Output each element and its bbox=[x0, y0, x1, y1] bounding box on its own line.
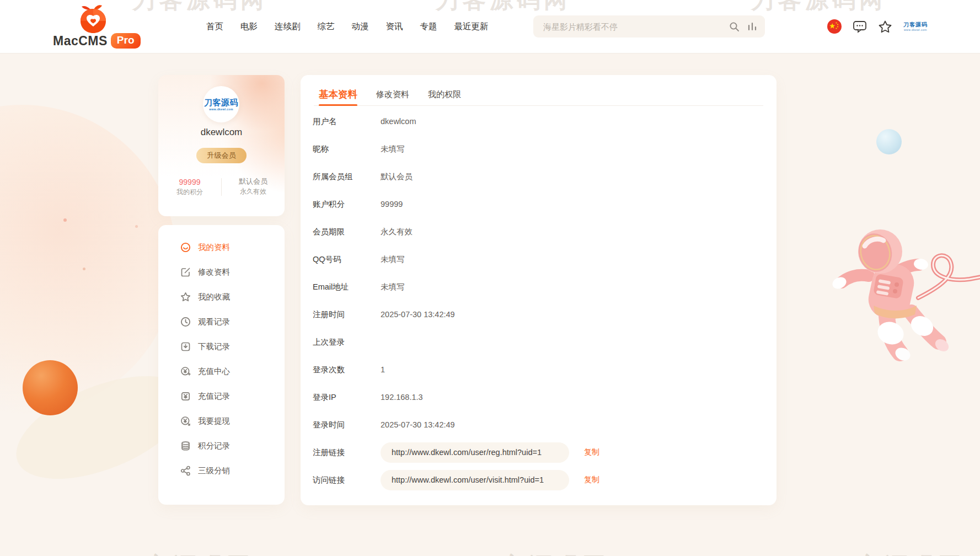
avatar-logo-text: 刀客源码 bbox=[204, 98, 238, 106]
field-value: 未填写 bbox=[381, 144, 405, 154]
nav-item-recent[interactable]: 最近更新 bbox=[454, 21, 489, 33]
field-value: 2025-07-30 13:42:49 bbox=[381, 420, 455, 429]
field-label: 所属会员组 bbox=[301, 172, 381, 182]
watermark: 刀客源码网 bbox=[474, 550, 609, 556]
sidebar-item-label: 我的收藏 bbox=[198, 292, 230, 302]
sidebar-item-watch-history[interactable]: 观看记录 bbox=[158, 309, 285, 334]
sidebar-item-distribution[interactable]: 三级分销 bbox=[158, 458, 285, 483]
nav-item-movies[interactable]: 电影 bbox=[240, 21, 258, 33]
field-row-username: 用户名 dkewlcom bbox=[301, 108, 776, 135]
register-link-input[interactable] bbox=[381, 442, 569, 463]
recharge-record-icon bbox=[180, 391, 191, 402]
sidebar-item-recharge-center[interactable]: 充值中心 bbox=[158, 359, 285, 384]
tab-bar: 基本资料 修改资料 我的权限 bbox=[314, 86, 763, 106]
nav-item-variety[interactable]: 综艺 bbox=[318, 21, 335, 33]
field-row-last-login: 上次登录 bbox=[301, 328, 776, 356]
message-icon[interactable] bbox=[853, 20, 867, 33]
tab-my-permissions[interactable]: 我的权限 bbox=[428, 89, 461, 105]
brand-name: MacCMS bbox=[53, 34, 108, 49]
nav-item-news[interactable]: 资讯 bbox=[386, 21, 403, 33]
points-stat: 99999 我的积分 bbox=[158, 177, 221, 197]
field-row-member-term: 会员期限 永久有效 bbox=[301, 218, 776, 245]
trending-icon[interactable] bbox=[747, 22, 757, 31]
field-label: QQ号码 bbox=[301, 254, 381, 265]
cn-flag-icon[interactable] bbox=[827, 19, 842, 34]
favorite-icon[interactable] bbox=[878, 20, 892, 34]
sidebar-item-withdraw[interactable]: 我要提现 bbox=[158, 409, 285, 434]
header-icons: 刀客源码 www.dkewl.com bbox=[827, 0, 928, 53]
copy-visit-link-button[interactable]: 复制 bbox=[584, 475, 599, 485]
field-label: 登录次数 bbox=[301, 365, 381, 375]
nav-item-anime[interactable]: 动漫 bbox=[352, 21, 369, 33]
field-value: 未填写 bbox=[381, 282, 405, 292]
astronaut-illustration bbox=[816, 225, 980, 385]
search-icon[interactable] bbox=[729, 22, 740, 32]
sidebar-item-label: 我的资料 bbox=[198, 242, 230, 253]
search-input[interactable] bbox=[533, 22, 729, 31]
field-row-login-time: 登录时间 2025-07-30 13:42:49 bbox=[301, 411, 776, 439]
site-logo[interactable]: MacCMS Pro bbox=[53, 2, 141, 51]
top-header: MacCMS Pro 首页 电影 连续剧 综艺 动漫 资讯 专题 最近更新 bbox=[0, 0, 980, 53]
sidebar-item-label: 积分记录 bbox=[198, 441, 230, 451]
sidebar-item-label: 三级分销 bbox=[198, 466, 230, 476]
field-value: 未填写 bbox=[381, 254, 405, 265]
field-row-points: 账户积分 99999 bbox=[301, 190, 776, 218]
main-nav: 首页 电影 连续剧 综艺 动漫 资讯 专题 最近更新 bbox=[206, 0, 489, 53]
sidebar-item-download-history[interactable]: 下载记录 bbox=[158, 334, 285, 359]
sidebar-item-label: 充值记录 bbox=[198, 391, 230, 402]
field-label: 注册链接 bbox=[301, 447, 381, 458]
strawberry-logo-icon bbox=[79, 4, 107, 34]
field-label: 用户名 bbox=[301, 116, 381, 127]
partner-logo[interactable]: 刀客源码 www.dkewl.com bbox=[903, 22, 928, 31]
member-group-stat: 默认会员 永久有效 bbox=[222, 177, 285, 197]
nav-item-home[interactable]: 首页 bbox=[206, 21, 223, 33]
upgrade-member-button[interactable]: 升级会员 bbox=[196, 148, 247, 163]
field-value: dkewlcom bbox=[381, 117, 416, 126]
dot-decor bbox=[135, 225, 138, 228]
tab-edit-info[interactable]: 修改资料 bbox=[376, 89, 409, 105]
field-row-login-count: 登录次数 1 bbox=[301, 356, 776, 383]
sidebar-item-edit-profile[interactable]: 修改资料 bbox=[158, 260, 285, 285]
download-icon bbox=[180, 341, 191, 352]
member-group-value: 默认会员 bbox=[222, 177, 285, 187]
field-list: 用户名 dkewlcom 昵称 未填写 所属会员组 默认会员 账户积分 9999… bbox=[301, 108, 776, 494]
points-value: 99999 bbox=[158, 177, 221, 188]
tab-basic-info[interactable]: 基本资料 bbox=[319, 88, 357, 105]
field-label: 会员期限 bbox=[301, 227, 381, 237]
field-row-register-time: 注册时间 2025-07-30 13:42:49 bbox=[301, 301, 776, 328]
sidebar-item-favorites[interactable]: 我的收藏 bbox=[158, 285, 285, 309]
field-row-nickname: 昵称 未填写 bbox=[301, 135, 776, 163]
sidebar-item-label: 修改资料 bbox=[198, 267, 230, 277]
sidebar-item-label: 下载记录 bbox=[198, 341, 230, 352]
field-label: Email地址 bbox=[301, 282, 381, 292]
field-value: 2025-07-30 13:42:49 bbox=[381, 310, 455, 319]
sidebar-item-recharge-record[interactable]: 充值记录 bbox=[158, 384, 285, 409]
sidebar-item-label: 充值中心 bbox=[198, 366, 230, 377]
field-row-member-group: 所属会员组 默认会员 bbox=[301, 163, 776, 190]
link-row-visit: 访问链接 复制 bbox=[301, 466, 776, 494]
link-row-register: 注册链接 复制 bbox=[301, 439, 776, 466]
field-label: 账户积分 bbox=[301, 199, 381, 210]
sidebar-item-my-profile[interactable]: 我的资料 bbox=[158, 235, 285, 260]
avatar-logo-url: www.dkewl.com bbox=[209, 108, 233, 111]
nav-item-topics[interactable]: 专题 bbox=[420, 21, 437, 33]
copy-register-link-button[interactable]: 复制 bbox=[584, 447, 599, 457]
dot-decor bbox=[63, 218, 67, 222]
blue-ball-decor bbox=[876, 129, 902, 154]
field-label: 登录IP bbox=[301, 392, 381, 403]
field-value: 1 bbox=[381, 365, 385, 374]
search-bar bbox=[533, 15, 765, 38]
field-row-qq: QQ号码 未填写 bbox=[301, 245, 776, 273]
field-label: 登录时间 bbox=[301, 420, 381, 430]
field-value: 99999 bbox=[381, 200, 403, 209]
share-icon bbox=[180, 466, 191, 476]
star-icon bbox=[180, 292, 191, 302]
sidebar-item-label: 我要提现 bbox=[198, 416, 230, 426]
field-row-login-ip: 登录IP 192.168.1.3 bbox=[301, 383, 776, 411]
field-value: 永久有效 bbox=[381, 227, 413, 237]
sidebar-item-points-record[interactable]: 积分记录 bbox=[158, 434, 285, 458]
member-group-label: 永久有效 bbox=[222, 187, 285, 196]
nav-item-series[interactable]: 连续剧 bbox=[275, 21, 301, 33]
field-value: 192.168.1.3 bbox=[381, 393, 423, 402]
visit-link-input[interactable] bbox=[381, 470, 569, 490]
